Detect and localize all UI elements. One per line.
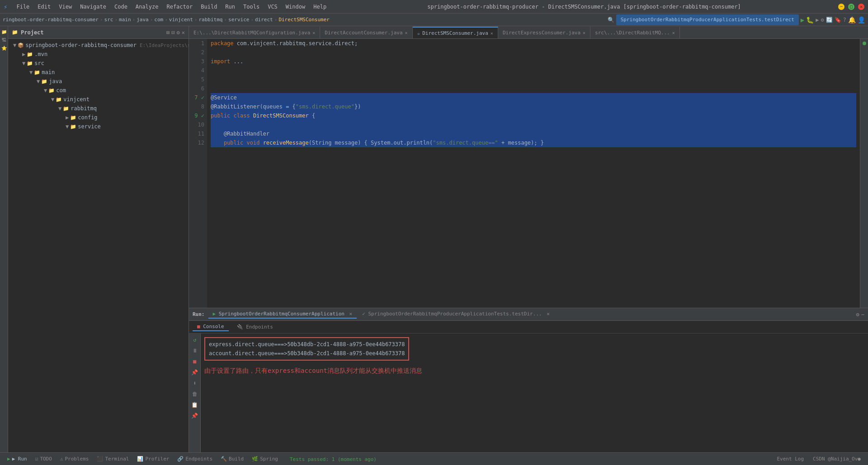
tree-item-com[interactable]: ▼ 📁 com [8,86,189,95]
tree-item-mvn[interactable]: ▶ 📁 .mvn [8,50,189,59]
tests-passed-text: Tests passed: 1 (moments ago) [286,456,380,462]
settings-icon[interactable]: ⚙ [821,17,824,23]
status-todo[interactable]: ☑ TODO [32,455,56,463]
stop-icon[interactable]: ⏸ [190,346,199,355]
notification-icon[interactable]: 🔔 [848,16,856,23]
code-line-6 [211,84,856,93]
menu-vcs[interactable]: VCS [264,3,281,11]
vinjcent-label: vinjcent [63,96,90,103]
minimize-button[interactable]: − [838,4,844,10]
tab-sms-close[interactable]: ✕ [491,31,493,36]
tab-sms-consumer[interactable]: ☕ DirectSMSConsumer.java ✕ [413,27,498,38]
status-terminal[interactable]: ⬛ Terminal [93,455,132,463]
maximize-button[interactable]: □ [848,4,854,10]
code-line-8: @RabbitListener(queues = {"sms.direct.qu… [211,102,856,111]
run-tab-consumer[interactable]: ▶ SpringbootOrderRabbitmqConsumerApplica… [208,310,357,319]
menu-build[interactable]: Build [197,3,221,11]
tab-account-consumer[interactable]: DirectAccountConsumer.java ✕ [320,27,412,38]
tab-account-close[interactable]: ✕ [405,30,408,35]
code-content[interactable]: package com.vinjcent.rabbitmq.service.di… [207,39,860,308]
todo-icon: ☑ [35,456,38,462]
sidebar-project-icon[interactable]: 📁 [0,28,8,35]
panel-gear-icon[interactable]: ⚙ [177,29,180,36]
status-endpoints[interactable]: 🔗 Endpoints [174,455,216,463]
menu-analyze[interactable]: Analyze [132,3,162,11]
profiler-icon: 📊 [137,456,143,462]
tab-src-label: src\...\DirectRabbitMQ... [595,30,670,36]
copy-icon[interactable]: 📋 [190,400,199,409]
endpoints-tab[interactable]: 🔌 Endpoints [232,323,278,331]
menu-tools[interactable]: Tools [240,3,263,11]
vinjcent-expand-icon: ▼ [51,96,54,103]
search-everywhere-icon[interactable]: 🔍 [608,17,614,23]
output-box: express.direct.queue===>50b348db-2cd1-48… [204,337,409,361]
pin2-icon[interactable]: 📌 [190,411,199,420]
help-icon[interactable]: ? [843,17,846,23]
tree-item-config[interactable]: ▶ 📁 config [8,113,189,122]
run-tab-consumer-close[interactable]: ✕ [349,311,353,317]
sidebar-structure-icon[interactable]: 🏗 [0,36,8,43]
menu-navigate[interactable]: Navigate [76,3,110,11]
update-icon[interactable]: 🔄 [826,17,833,23]
tab-config-close[interactable]: ✕ [312,30,315,35]
tree-item-service[interactable]: ▼ 📁 service [8,122,189,131]
menu-view[interactable]: View [55,3,75,11]
menu-edit[interactable]: Edit [34,3,54,11]
code-line-3: import ... [211,57,856,66]
panel-expand-icon[interactable]: ⊞ [166,29,170,36]
clear-icon[interactable]: 🗑 [190,390,199,399]
run-tab-producer-close[interactable]: ✕ [547,311,550,317]
status-build[interactable]: 🔨 Build [217,455,247,463]
menu-refactor[interactable]: Refactor [163,3,196,11]
tree-item-main[interactable]: ▼ 📁 main [8,68,189,77]
panel-close-icon[interactable]: ✕ [182,29,185,36]
tab-src-direct[interactable]: src\...\DirectRabbitMQ... ✕ [590,27,680,38]
stop-red-icon[interactable]: ■ [190,357,199,366]
tree-item-vinjcent[interactable]: ▼ 📁 vinjcent [8,95,189,104]
tab-src-close[interactable]: ✕ [672,30,675,35]
run-config-dropdown[interactable]: SpringbootOrderRabbitmqProducerApplicati… [616,14,799,25]
menu-file[interactable]: File [13,3,33,11]
run-panel-gear-icon[interactable]: ⚙ [856,311,859,318]
scroll-end-icon[interactable]: ⬇ [190,379,199,388]
status-event-log[interactable]: Event Log [773,455,807,463]
tab-account-label: DirectAccountConsumer.java [325,30,402,36]
status-spring[interactable]: 🌿 Spring [248,455,282,463]
debug-button[interactable]: 🐛 [806,16,814,23]
mvn-expand-icon: ▶ [22,51,25,57]
restart-icon[interactable]: ↺ [190,335,199,344]
menu-run[interactable]: Run [222,3,239,11]
run-coverage-button[interactable]: ▶ [816,17,819,23]
tree-item-rabbitmq[interactable]: ▼ 📁 rabbitmq [8,104,189,113]
menu-window[interactable]: Window [282,3,309,11]
panel-collapse-icon[interactable]: ⊟ [171,29,175,36]
problems-icon: ⚠ [60,456,63,462]
run-tab-producer[interactable]: ✓ SpringbootOrderRabbitmqProducerApplica… [358,310,554,319]
pin-icon[interactable]: 📌 [190,368,199,377]
tree-root-expand-icon: ▼ [13,42,16,48]
sidebar-bookmark-icon[interactable]: ⭐ [0,44,8,52]
bookmark-icon[interactable]: 🔖 [835,17,841,23]
menu-code[interactable]: Code [111,3,131,11]
breadcrumb-class[interactable]: DirectSMSConsumer [278,17,330,23]
close-button[interactable]: ✕ [858,4,864,10]
status-run[interactable]: ▶ ▶ Run [4,455,31,463]
status-csdn[interactable]: CSDN @Naijia_Ov● [809,455,864,463]
tree-root[interactable]: ▼ 📦 springboot-order-rabbitmq-consumer E… [8,41,189,50]
tree-item-java[interactable]: ▼ 📁 java [8,77,189,86]
tab-express-consumer[interactable]: DirectExpressConsumer.java ✕ [498,27,590,38]
status-problems[interactable]: ⚠ Problems [57,455,93,463]
code-line-5 [211,75,856,84]
status-profiler[interactable]: 📊 Profiler [133,455,173,463]
run-panel-minimize-icon[interactable]: − [861,311,864,318]
window-controls: − □ ✕ [838,4,864,10]
menu-help[interactable]: Help [310,3,330,11]
tab-express-close[interactable]: ✕ [583,30,585,35]
tree-item-src[interactable]: ▼ 📁 src [8,59,189,68]
console-tab[interactable]: ■ Console [193,323,229,331]
tab-direct-config[interactable]: E:\...\DirectRabbitMQConfiguration.java … [189,27,320,38]
avatar-icon[interactable]: 👤 [858,16,865,23]
tree-root-folder-icon: 📦 [18,42,24,48]
breadcrumb-consumer[interactable]: ringboot-order-rabbitmq-consumer [3,17,99,23]
run-button[interactable]: ▶ [801,16,804,23]
